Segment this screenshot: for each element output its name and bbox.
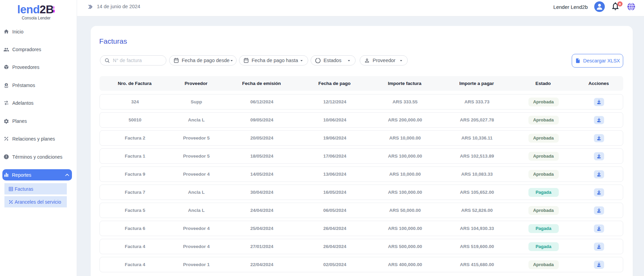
svg-text:$: $ <box>6 83 7 86</box>
